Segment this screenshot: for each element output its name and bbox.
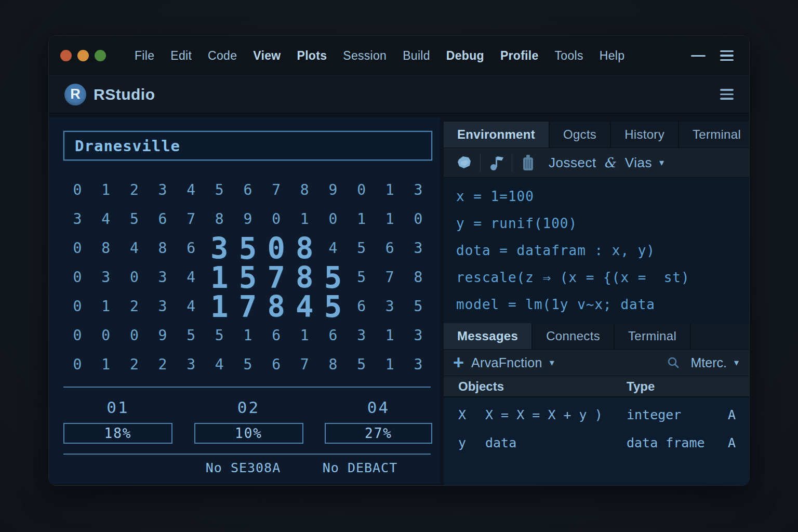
grid-cell: 6 [262,321,290,350]
region-title-field[interactable]: Dranesville [63,131,432,161]
chevron-down-icon[interactable]: ▾ [550,357,554,368]
stat-value-box: 18% [63,423,172,444]
grid-cell: 1 [376,350,404,379]
grid-cell: 7 [234,292,262,321]
environment-code: x = 1=100y = runif(100)dota = datafram :… [444,178,749,323]
tab-terminal[interactable]: Terminal [615,323,691,349]
stat-column: 0118% [63,398,172,444]
grid-cell: 5 [348,234,376,263]
menu-file[interactable]: File [135,49,154,63]
grid-cell: 9 [319,176,347,205]
tab-ogcts[interactable]: Ogcts [550,122,611,148]
grid-cell: 4 [205,350,233,379]
grid-cell: 0 [63,350,91,379]
tab-messages[interactable]: Messages [444,323,533,349]
trash-icon[interactable] [516,153,539,172]
menu-plots[interactable]: Plots [297,49,327,63]
menu-profile[interactable]: Profile [500,49,539,63]
grid-cell: 7 [290,350,318,379]
grid-cell: 1 [290,321,318,350]
tab-terminal[interactable]: Terminal [679,122,750,148]
minimize-window-button[interactable] [77,50,89,61]
environment-toolbar: Jossect & Vias ▾ [444,148,749,178]
grid-cell: 8 [290,263,318,292]
minimize-icon[interactable] [691,55,706,57]
flag-icon[interactable] [485,154,508,171]
dataset-label[interactable]: Jossect [549,155,596,171]
tab-environment[interactable]: Environment [444,122,550,148]
divider [63,387,431,388]
stat-label: 01 [63,398,172,417]
grid-cell: 0 [63,234,91,263]
grid-cell: 3 [404,350,432,379]
view-label[interactable]: Vias [625,155,652,171]
ampersand-glyph: & [604,155,616,170]
grid-cell: 3 [177,350,205,379]
zoom-window-button[interactable] [95,50,106,61]
grid-cell: 0 [319,205,347,234]
menu-session[interactable]: Session [343,49,387,63]
stat-column: 0210% [194,398,303,444]
grid-cell: 7 [177,205,205,234]
search-icon[interactable] [662,355,685,370]
code-line: dota = datafram : x, y) [456,237,749,264]
grid-cell: 2 [149,350,177,379]
grid-cell: 4 [177,176,205,205]
menu-help[interactable]: Help [600,49,625,63]
menu-tools[interactable]: Tools [555,49,583,63]
grid-row: 0123456789013 [63,176,432,205]
panel-hamburger-icon[interactable] [720,89,734,100]
grid-cell: 2 [120,176,148,205]
grid-cell: 0 [262,234,290,263]
menu-view[interactable]: View [253,49,281,63]
grid-cell: 1 [376,176,404,205]
grid-cell: 6 [319,321,347,350]
grid-cell: 3 [404,176,432,205]
console-tab-bar: MessagesConnectsTerminal [444,323,749,350]
add-icon[interactable]: + [453,355,464,370]
objects-table-body: XX = X = X + y )integerAydatadata frameA [444,397,749,486]
save-icon[interactable] [453,154,476,171]
grid-cell: 1 [92,292,120,321]
grid-cell: 3 [404,321,432,350]
hamburger-menu-icon[interactable] [720,50,734,61]
table-row[interactable]: XX = X = X + y )integerA [444,401,749,429]
grid-cell: 1 [376,321,404,350]
grid-cell: 3 [205,234,233,263]
grid-cell: 8 [290,176,318,205]
object-badge: A [720,407,736,422]
menu-build[interactable]: Build [403,49,430,63]
grid-cell: 1 [290,205,318,234]
grid-cell: 4 [177,292,205,321]
tab-history[interactable]: History [611,122,679,148]
grid-cell: 2 [120,350,148,379]
filter-label[interactable]: Mterc. [691,355,727,370]
chevron-down-icon[interactable]: ▾ [734,357,739,368]
close-window-button[interactable] [60,50,72,61]
footer-note: No SE308A [206,460,281,475]
app-header: R RStudio [49,76,749,114]
grid-cell: 8 [149,234,177,263]
grid-cell: 3 [63,205,91,234]
menu-code[interactable]: Code [208,49,237,63]
menu-debug[interactable]: Debug [446,49,484,63]
menu-edit[interactable]: Edit [170,49,192,63]
grid-cell: 3 [376,292,404,321]
add-function-label[interactable]: ArvaFnction [471,355,542,370]
grid-cell: 5 [234,350,262,379]
grid-cell: 5 [120,205,148,234]
table-row[interactable]: ydatadata frameA [444,429,749,457]
grid-cell: 0 [120,263,148,292]
grid-cell: 6 [348,292,376,321]
grid-cell: 0 [92,321,120,350]
grid-cell: 4 [290,292,318,321]
right-panel: EnvironmentOgctsHistoryTerminal [444,114,749,486]
grid-cell: 8 [290,234,318,263]
grid-cell: 1 [205,263,233,292]
code-line: model = lm(1y v~x; data [456,291,749,318]
chevron-down-icon[interactable]: ▾ [659,157,664,168]
tab-connects[interactable]: Connects [533,323,615,349]
grid-cell: 5 [177,321,205,350]
object-name: X [458,407,485,422]
object-type: integer [627,407,720,422]
